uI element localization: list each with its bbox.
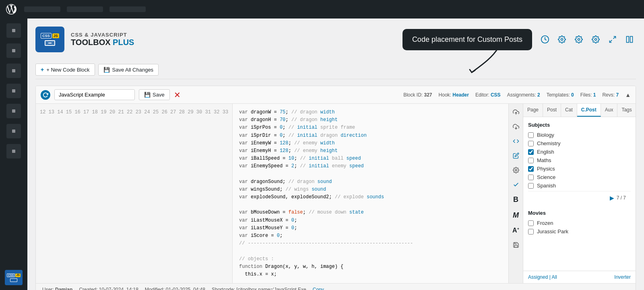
settings-icon-btn-1[interactable] — [555, 33, 568, 46]
title-line1: CSS & JAVASCRIPT — [71, 32, 134, 38]
tab-post[interactable]: Post — [543, 104, 561, 117]
wp-logo[interactable] — [5, 3, 18, 16]
hook-value[interactable]: Header — [452, 92, 469, 98]
inverter-link[interactable]: Inverter — [614, 274, 631, 280]
side-italic-m[interactable]: M — [511, 210, 520, 221]
subject-checkbox[interactable] — [528, 149, 534, 155]
admin-bar-item-1[interactable] — [24, 6, 60, 12]
movies-title: Movies — [528, 210, 631, 216]
side-icon-download[interactable] — [511, 121, 521, 132]
revs-value[interactable]: 7 — [616, 92, 619, 98]
sidebar-icon-4[interactable] — [6, 84, 21, 98]
delete-block-button[interactable]: ✕ — [174, 91, 181, 99]
save-block-label: Save — [153, 92, 165, 98]
subject-item[interactable]: Biology — [528, 132, 631, 138]
title-accent: PLUS — [113, 38, 134, 47]
tab-page[interactable]: Page — [523, 104, 543, 117]
save-all-label: Save All Changes — [112, 67, 154, 73]
subject-checkbox[interactable] — [528, 158, 534, 163]
code-content[interactable]: var dragonW = 75; // dragon width var dr… — [233, 104, 508, 283]
panel-footer-assigned: Assigned | All — [528, 274, 557, 280]
admin-bar-item-2[interactable] — [67, 6, 103, 12]
side-icon-settings[interactable] — [511, 165, 521, 175]
subject-item[interactable]: Maths — [528, 157, 631, 163]
code-editor-section: 12 13 14 15 16 17 18 19 20 21 22 23 24 2… — [36, 104, 636, 283]
svg-point-1 — [561, 39, 563, 41]
movie-label: Frozen — [537, 220, 553, 226]
js-badge: JS — [52, 33, 59, 38]
movie-checkbox[interactable] — [528, 220, 534, 226]
copy-link[interactable]: Copy — [313, 287, 324, 290]
sidebar-icon-7[interactable] — [6, 144, 21, 158]
side-icon-code[interactable] — [511, 136, 521, 146]
templates-value[interactable]: 0 — [571, 92, 574, 98]
editor-value[interactable]: CSS — [491, 92, 501, 98]
block-meta: Block ID: 327 Hook: Header Editor: CSS A… — [403, 92, 631, 98]
side-icon-upload[interactable] — [511, 107, 521, 117]
subject-item[interactable]: English — [528, 149, 631, 155]
tab-aux[interactable]: Aux — [601, 104, 618, 117]
subject-item[interactable]: Spanish — [528, 183, 631, 189]
plugin-logo: CSS JS — [35, 27, 64, 52]
sidebar-icon-3[interactable] — [6, 64, 21, 78]
subject-checkbox[interactable] — [528, 141, 534, 146]
title-line2: TOOLBOX PLUS — [71, 38, 134, 47]
floppy-save-icon: 💾 — [144, 92, 151, 98]
movie-item[interactable]: Frozen — [528, 220, 631, 226]
plugin-header: CSS JS CSS & JAVASCRIPT TOOLBOX PLUS Cod… — [35, 27, 636, 52]
subject-label: Maths — [537, 157, 551, 163]
new-code-block-button[interactable]: + + New Code Block — [35, 64, 95, 76]
collapse-button[interactable]: ▲ — [625, 92, 631, 98]
expand-icon-btn[interactable] — [606, 33, 619, 46]
footer-modified: Modified: 01-02-2025, 04:48 — [145, 287, 205, 290]
restore-icon-btn[interactable] — [539, 33, 551, 46]
subject-item[interactable]: Science — [528, 174, 631, 180]
page-nav-arrow[interactable]: ▶ — [610, 195, 614, 201]
settings-icon-btn-3[interactable] — [589, 33, 602, 46]
panel-footer: Assigned | All Inverter — [523, 271, 636, 283]
subject-checkbox[interactable] — [528, 132, 534, 138]
subject-checkbox[interactable] — [528, 166, 534, 172]
code-block: 💾 Save ✕ Block ID: 327 Hook: Header Edit… — [35, 86, 636, 290]
subject-checkbox[interactable] — [528, 175, 534, 180]
movies-section: Movies FrozenJurassic Park — [528, 210, 631, 234]
callout-arrow — [468, 46, 500, 74]
subject-label: Science — [537, 174, 555, 180]
admin-bar-item-3[interactable] — [109, 6, 146, 12]
files-value[interactable]: 1 — [593, 92, 596, 98]
logo-icon — [45, 40, 55, 46]
assignments-value[interactable]: 2 — [537, 92, 540, 98]
tab-cpost[interactable]: C.Post — [577, 104, 601, 117]
side-icon-edit[interactable] — [511, 150, 521, 161]
save-block-button[interactable]: 💾 Save — [139, 89, 170, 100]
tab-tags[interactable]: Tags — [617, 104, 636, 117]
sidebar-plugin-icon[interactable]: CSS JS — [5, 270, 23, 285]
subject-item[interactable]: Chemistry — [528, 140, 631, 146]
tab-cat[interactable]: Cat — [561, 104, 577, 117]
sidebar-icon-5[interactable] — [6, 104, 21, 118]
movie-item[interactable]: Jurassic Park — [528, 228, 631, 234]
sidebar-icon-6[interactable] — [6, 124, 21, 138]
subject-item[interactable]: Physics — [528, 166, 631, 172]
subject-checkbox[interactable] — [528, 183, 534, 189]
subject-label: Biology — [537, 132, 554, 138]
columns-icon-btn[interactable] — [623, 33, 636, 46]
sidebar-icon-1[interactable] — [6, 23, 21, 38]
side-font-a[interactable]: A+ — [511, 225, 521, 236]
save-all-button[interactable]: 💾 Save All Changes — [98, 64, 159, 76]
side-icon-save[interactable] — [511, 240, 521, 250]
settings-icon-btn-2[interactable] — [572, 33, 585, 46]
footer-shortcode-value: [cjtoolbox name='JavaScript Exe — [236, 287, 306, 290]
assigned-link[interactable]: Assigned — [528, 274, 548, 280]
svg-rect-7 — [630, 37, 633, 43]
footer-created-value: 10-07-2024, 14:18 — [99, 287, 138, 290]
panel-pagination: ▶ 7 / 7 — [528, 191, 631, 204]
svg-point-3 — [595, 39, 597, 41]
side-icon-check[interactable] — [511, 179, 521, 190]
side-bold-b[interactable]: B — [512, 194, 520, 206]
movie-checkbox[interactable] — [528, 229, 534, 234]
code-block-footer: User: Damian Created: 10-07-2024, 14:18 … — [36, 283, 636, 290]
all-link[interactable]: All — [552, 274, 557, 280]
block-name-input[interactable] — [54, 89, 135, 100]
sidebar-icon-2[interactable] — [6, 43, 21, 58]
